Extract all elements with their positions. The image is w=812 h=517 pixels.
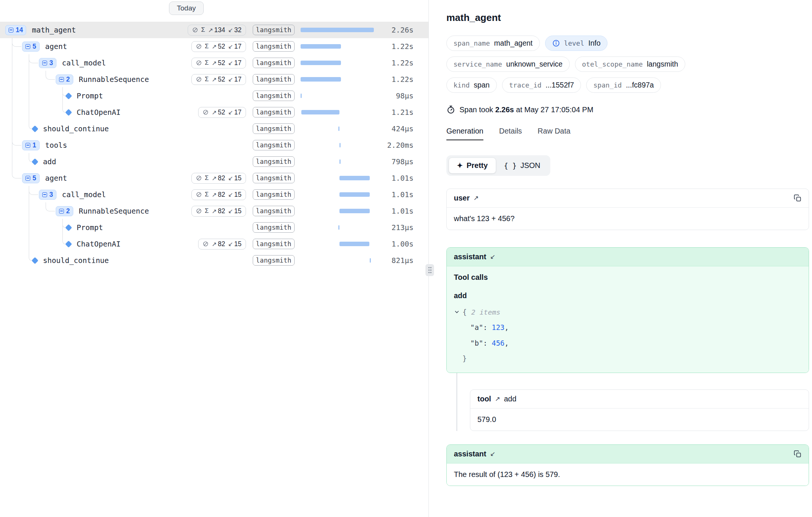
span-diamond-icon [65, 224, 72, 231]
duration-bar [339, 159, 341, 164]
trace-row[interactable]: 14 math_agent Σ ↗134 ↙32 langsmith 2.26s [0, 22, 428, 38]
collapse-badge[interactable]: 2 [56, 206, 73, 216]
duration-bar [339, 192, 370, 197]
input-arrow-icon: ↗ [208, 27, 213, 34]
date-filter-today[interactable]: Today [169, 1, 204, 15]
timeline-track [301, 159, 374, 164]
trace-row-main: 2 RunnableSequence Σ ↗82 ↙15 [0, 206, 246, 217]
tag-value: math_agent [494, 39, 533, 48]
span-name-label: agent [45, 174, 67, 183]
chevron-down-icon[interactable] [454, 309, 460, 315]
trace-row[interactable]: 5 agent Σ ↗52 ↙17 langsmith 1.22s [0, 38, 428, 55]
collapse-minus-icon [59, 77, 64, 82]
output-tokens: ↙17 [228, 59, 242, 67]
child-count: 14 [16, 26, 23, 34]
collapse-badge[interactable]: 3 [39, 58, 56, 68]
tool-message-card: tool ↗ add 579.0 [470, 389, 809, 431]
output-tokens: ↙17 [228, 108, 242, 116]
trace-row[interactable]: Prompt langsmith 213µs [0, 219, 428, 236]
span-name-label: add [43, 157, 56, 166]
child-count: 3 [49, 191, 53, 199]
collapse-badge[interactable]: 5 [22, 173, 40, 183]
timeline-track [301, 110, 374, 114]
duration-label: 1.22s [376, 42, 413, 51]
trace-row[interactable]: should_continue langsmith 424µs [0, 120, 428, 137]
tokens-icon [203, 109, 209, 115]
span-name-label: ChatOpenAI [77, 108, 120, 117]
duration-label: 1.01s [376, 207, 413, 215]
token-metrics-chip: Σ ↗52 ↙17 [191, 41, 246, 52]
trace-row-main: 5 agent Σ ↗82 ↙15 [0, 173, 246, 184]
collapse-badge[interactable]: 14 [5, 25, 26, 35]
vendor-badge: langsmith [253, 140, 295, 150]
timeline-track [301, 44, 374, 49]
tab-details[interactable]: Details [499, 127, 522, 140]
close-brace: } [454, 351, 802, 366]
collapse-badge[interactable]: 1 [22, 140, 40, 150]
trace-row-main: 1 tools [0, 140, 246, 150]
vendor-badge: langsmith [253, 156, 295, 167]
span-name-label: call_model [62, 59, 106, 67]
tokens-icon [203, 241, 209, 247]
trace-row[interactable]: 3 call_model Σ ↗52 ↙17 langsmith 1.22s [0, 55, 428, 71]
role-label: tool [477, 395, 491, 403]
json-toggle[interactable]: { }JSON [496, 158, 548, 173]
input-arrow-icon: ↗ [212, 208, 216, 215]
trace-row-main: should_continue [0, 125, 246, 133]
sum-icon: Σ [205, 191, 209, 198]
json-entry: "b": 456, [454, 335, 802, 351]
trace-row[interactable]: 2 RunnableSequence Σ ↗82 ↙15 langsmith 1… [0, 203, 428, 219]
input-tokens: ↗52 [212, 59, 225, 67]
span-diamond-icon [65, 92, 72, 99]
duration-label: 2.20ms [376, 141, 413, 150]
duration-bar [339, 242, 369, 246]
tokens-icon [196, 43, 202, 49]
child-count: 1 [33, 141, 36, 149]
output-arrow-icon: ↙ [228, 191, 233, 198]
trace-row[interactable]: 5 agent Σ ↗82 ↙15 langsmith 1.01s [0, 170, 428, 186]
span-name-label: should_continue [43, 125, 109, 133]
trace-row[interactable]: should_continue langsmith 821µs [0, 252, 428, 269]
input-tokens: ↗134 [208, 26, 225, 34]
token-metrics-chip: ↗82 ↙15 [198, 239, 246, 250]
vendor-badge: langsmith [253, 107, 295, 117]
span-name-label: tools [45, 141, 67, 150]
child-count: 3 [49, 59, 53, 67]
trace-row[interactable]: add langsmith 798µs [0, 153, 428, 170]
vendor-badge: langsmith [253, 25, 295, 35]
trace-row[interactable]: 1 tools langsmith 2.20ms [0, 137, 428, 153]
trace-row[interactable]: ChatOpenAI ↗82 ↙15 langsmith 1.00s [0, 236, 428, 252]
tag-rows: span_namemath_agentlevelInfoservice_name… [446, 36, 808, 93]
tool-result-thread: tool ↗ add 579.0 [456, 373, 808, 431]
child-count: 5 [33, 43, 36, 51]
trace-row[interactable]: 3 call_model Σ ↗82 ↙15 langsmith 1.01s [0, 186, 428, 203]
tag-value: langsmith [647, 60, 678, 68]
span-name-label: should_continue [43, 256, 109, 265]
collapse-badge[interactable]: 3 [39, 190, 56, 200]
trace-row[interactable]: Prompt langsmith 98µs [0, 88, 428, 104]
collapse-badge[interactable]: 2 [56, 74, 73, 85]
timeline-track [301, 225, 374, 230]
copy-button[interactable] [794, 450, 802, 458]
output-arrow-icon: ↙ [228, 175, 233, 182]
tab-raw-data[interactable]: Raw Data [538, 127, 570, 140]
assistant-final-header: assistant ↙ [447, 445, 809, 464]
items-count-label: 2 items [471, 308, 500, 316]
duration-label: 424µs [376, 125, 413, 133]
copy-button[interactable] [794, 194, 802, 202]
output-arrow-icon: ↙ [228, 43, 233, 50]
tag-value: unknown_service [506, 60, 563, 68]
panel-resize-handle[interactable] [425, 264, 434, 276]
timeline-track [301, 28, 374, 32]
trace-row[interactable]: ChatOpenAI ↗52 ↙17 langsmith 1.21s [0, 104, 428, 120]
collapse-badge[interactable]: 5 [22, 42, 40, 52]
trace-row[interactable]: 2 RunnableSequence Σ ↗52 ↙17 langsmith 1… [0, 71, 428, 88]
child-count: 2 [66, 76, 70, 83]
tab-generation[interactable]: Generation [446, 127, 483, 140]
input-arrow-icon: ↗ [212, 43, 216, 50]
tag-key: span_name [453, 39, 490, 47]
timeline-track [301, 143, 374, 147]
pretty-toggle[interactable]: ✦Pretty [449, 157, 496, 174]
tag-key: service_name [453, 60, 502, 68]
collapse-minus-icon [9, 28, 13, 33]
